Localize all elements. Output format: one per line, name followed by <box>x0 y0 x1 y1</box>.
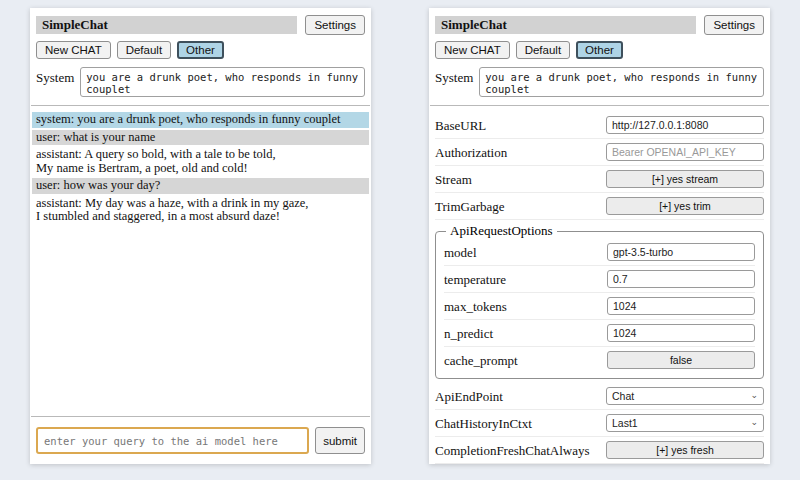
chevron-down-icon: ⌄ <box>750 391 758 400</box>
settings-panel: SimpleChat Settings New CHAT Default Oth… <box>429 8 770 464</box>
app-title: SimpleChat <box>36 16 297 34</box>
setting-row-authorization: Authorization <box>435 139 764 166</box>
trimgarbage-label: TrimGarbage <box>435 196 505 215</box>
system-prompt-row: System you are a drunk poet, who respond… <box>435 67 764 97</box>
query-row: submit <box>36 427 365 454</box>
cache_prompt-label: cache_prompt <box>444 350 518 369</box>
settings-toolbar: New CHAT Default Other <box>435 41 764 59</box>
session-button-other[interactable]: Other <box>177 41 224 59</box>
baseurl-label: BaseURL <box>435 115 486 134</box>
temperature-input[interactable] <box>607 270 755 288</box>
setting-row-temperature: temperature <box>444 266 755 293</box>
stream-toggle-button[interactable]: [+] yes stream <box>606 170 764 188</box>
authorization-input[interactable] <box>606 143 764 161</box>
chat-panel: SimpleChat Settings New CHAT Default Oth… <box>30 8 371 464</box>
session-button-default[interactable]: Default <box>117 41 171 59</box>
setting-row-stream: Stream [+] yes stream <box>435 166 764 193</box>
submit-button[interactable]: submit <box>315 427 365 454</box>
system-prompt-input[interactable]: you are a drunk poet, who responds in fu… <box>479 67 764 97</box>
page: SimpleChat Settings New CHAT Default Oth… <box>0 0 800 472</box>
chevron-down-icon: ⌄ <box>750 418 758 427</box>
chathistory-label: ChatHistoryInCtxt <box>435 413 532 432</box>
authorization-label: Authorization <box>435 142 507 161</box>
new-chat-button[interactable]: New CHAT <box>36 41 111 59</box>
baseurl-input[interactable] <box>606 116 764 134</box>
chat-message-assistant: assistant: A query so bold, with a tale … <box>32 147 369 176</box>
trimgarbage-toggle-button[interactable]: [+] yes trim <box>606 197 764 215</box>
setting-row-baseurl: BaseURL <box>435 112 764 139</box>
setting-row-chathistory: ChatHistoryInCtxt Last1 ⌄ <box>435 410 764 437</box>
session-button-other[interactable]: Other <box>576 41 623 59</box>
api-request-options-fields: modeltemperaturemax_tokensn_predictcache… <box>444 239 755 373</box>
chathistory-selected-value: Last1 <box>612 417 638 429</box>
chat-message-user: user: how was your day? <box>32 178 369 194</box>
divider <box>31 416 370 417</box>
chat-toolbar: New CHAT Default Other <box>36 41 365 59</box>
chat-message-list: system: you are a drunk poet, who respon… <box>30 112 371 410</box>
setting-row-trimgarbage: TrimGarbage [+] yes trim <box>435 193 764 220</box>
divider <box>430 105 769 106</box>
apiendpoint-selected-value: Chat <box>612 390 634 402</box>
setting-row-completionfresh: CompletionFreshChatAlways [+] yes fresh <box>435 437 764 464</box>
system-prompt-row: System you are a drunk poet, who respond… <box>36 67 365 97</box>
n_predict-label: n_predict <box>444 323 493 342</box>
completionfresh-label: CompletionFreshChatAlways <box>435 440 590 459</box>
settings-panel-header: SimpleChat Settings <box>435 15 764 35</box>
divider <box>31 105 370 106</box>
setting-row-max_tokens: max_tokens <box>444 293 755 320</box>
model-label: model <box>444 242 477 261</box>
max_tokens-input[interactable] <box>607 297 755 315</box>
chat-message-system: system: you are a drunk poet, who respon… <box>32 112 369 128</box>
system-label: System <box>435 67 473 86</box>
settings-list: BaseURL Authorization Stream [+] yes str… <box>429 112 770 464</box>
setting-row-n_predict: n_predict <box>444 320 755 347</box>
max_tokens-label: max_tokens <box>444 296 507 315</box>
apiendpoint-select[interactable]: Chat ⌄ <box>606 387 764 405</box>
chat-panel-header: SimpleChat Settings <box>36 15 365 35</box>
apiendpoint-label: ApiEndPoint <box>435 386 503 405</box>
api-request-options-legend: ApiRequestOptions <box>446 223 557 239</box>
system-prompt-input[interactable]: you are a drunk poet, who responds in fu… <box>80 67 365 97</box>
temperature-label: temperature <box>444 269 506 288</box>
chathistory-select[interactable]: Last1 ⌄ <box>606 414 764 432</box>
setting-row-model: model <box>444 239 755 266</box>
n_predict-input[interactable] <box>607 324 755 342</box>
setting-row-cache_prompt: cache_promptfalse <box>444 347 755 373</box>
settings-button[interactable]: Settings <box>305 15 365 35</box>
settings-button[interactable]: Settings <box>704 15 764 35</box>
chat-message-user: user: what is your name <box>32 130 369 146</box>
cache_prompt-toggle-button[interactable]: false <box>607 351 755 369</box>
query-input[interactable] <box>36 427 309 454</box>
chat-message-assistant: assistant: My day was a haze, with a dri… <box>32 196 369 225</box>
app-title: SimpleChat <box>435 16 696 34</box>
api-request-options-fieldset: ApiRequestOptions modeltemperaturemax_to… <box>435 223 764 379</box>
completionfresh-toggle-button[interactable]: [+] yes fresh <box>606 441 764 459</box>
new-chat-button[interactable]: New CHAT <box>435 41 510 59</box>
model-input[interactable] <box>607 243 755 261</box>
setting-row-apiendpoint: ApiEndPoint Chat ⌄ <box>435 383 764 410</box>
system-label: System <box>36 67 74 86</box>
stream-label: Stream <box>435 169 472 188</box>
session-button-default[interactable]: Default <box>516 41 570 59</box>
